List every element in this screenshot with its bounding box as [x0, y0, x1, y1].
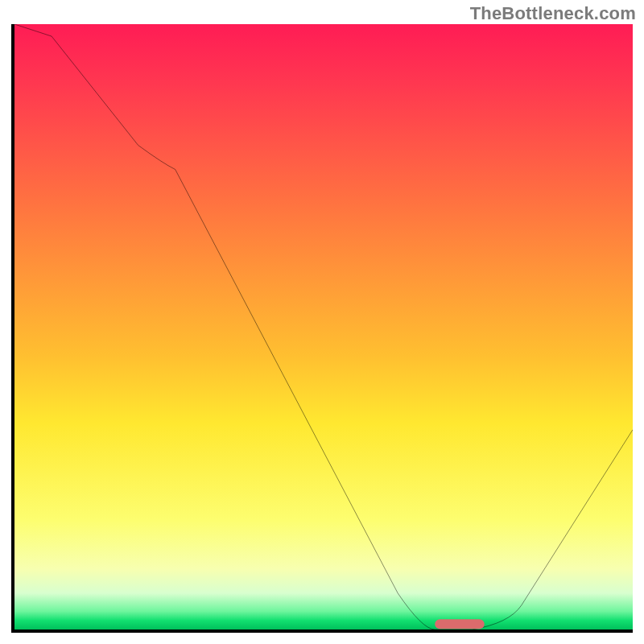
plot-area	[11, 24, 633, 633]
heatmap-background	[14, 24, 633, 630]
attribution-text: TheBottleneck.com	[470, 3, 636, 24]
